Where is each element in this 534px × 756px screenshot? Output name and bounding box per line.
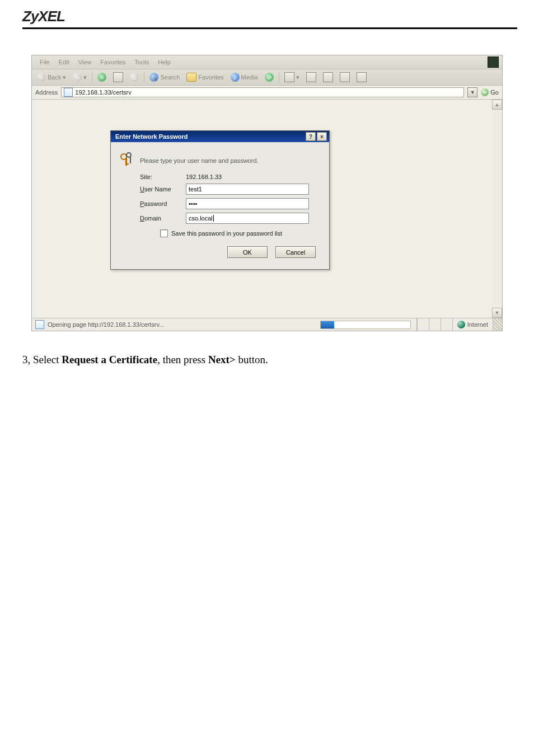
domain-input[interactable]: cso.local [186,213,309,224]
address-label: Address [35,89,58,96]
status-pane [429,318,441,331]
toolbar: ← Back ▾ → ▾ × ⌂ 🔍 Search Favorites ♪ Me… [32,69,502,86]
security-zone[interactable]: Internet [452,318,493,331]
status-text: Opening page http://192.168.1.33/certsrv… [48,321,164,328]
keys-icon [119,151,134,170]
save-password-checkbox-row: Save this password in your password list [160,229,321,237]
username-input[interactable]: test1 [186,184,309,195]
print-button[interactable] [305,72,318,83]
discuss-icon [340,72,350,82]
print-icon [306,72,316,82]
toolbar-separator [144,72,144,82]
menu-favorites[interactable]: Favorites [96,58,130,67]
address-bar: Address 192.168.1.33/certsrv ▼ ↪ Go [32,86,502,100]
menu-help[interactable]: Help [153,58,175,67]
content-viewport: ▲ ▼ Enter Network Password ? × [32,100,502,318]
media-icon: ♪ [231,73,240,82]
site-label: Site: [140,173,180,180]
stop-button[interactable]: × [96,72,108,82]
instr-bold-request: Request a Certificate [62,354,157,365]
extra-icon [357,72,367,82]
edit-icon [323,72,333,82]
status-bar: Opening page http://192.168.1.33/certsrv… [32,318,502,331]
internet-zone-icon [457,321,465,328]
ie-throbber-icon [488,57,499,68]
dialog-close-button[interactable]: × [317,132,327,141]
stop-icon: × [97,73,106,82]
status-panes [416,318,452,331]
back-label: Back [48,74,61,81]
instr-bold-next: Next> [208,354,236,365]
edit-button[interactable] [321,72,335,83]
svg-point-3 [127,153,131,157]
address-value: 192.168.1.33/certsrv [75,89,131,96]
back-button[interactable]: ← Back ▾ [35,72,68,82]
password-value: •••• [189,200,197,207]
menu-edit[interactable]: Edit [54,58,74,67]
internet-zone-label: Internet [467,321,488,328]
dialog-title-text: Enter Network Password [115,133,188,140]
menu-tools[interactable]: Tools [130,58,154,67]
instruction-step-3: 3, Select Request a Certificate, then pr… [0,331,534,366]
page-header: ZyXEL [0,0,534,55]
history-icon: ⟳ [265,73,274,82]
status-progress [320,321,411,329]
mail-icon [284,72,294,82]
svg-rect-2 [125,163,129,165]
resize-grip[interactable] [493,318,502,331]
favorites-button[interactable]: Favorites [185,72,225,82]
status-pane [441,318,452,331]
dialog-button-row: OK Cancel [119,237,321,260]
ok-button[interactable]: OK [227,246,268,258]
search-button[interactable]: 🔍 Search [148,72,181,82]
home-button[interactable]: ⌂ [128,72,140,82]
media-label: Media [241,74,258,81]
domain-label: Domain [140,215,180,222]
header-divider [22,27,517,29]
mail-dropdown-icon: ▾ [296,74,299,81]
menu-file[interactable]: File [35,58,54,67]
dialog-titlebar[interactable]: Enter Network Password ? × [111,131,329,142]
dialog-help-button[interactable]: ? [306,132,316,141]
media-button[interactable]: ♪ Media [229,72,260,82]
cancel-button[interactable]: Cancel [275,246,316,258]
favorites-icon [186,73,196,82]
back-arrow-icon: ← [37,73,46,82]
refresh-icon [113,72,123,82]
password-input[interactable]: •••• [186,198,309,209]
refresh-button[interactable] [111,72,125,83]
domain-value: cso.local [189,215,214,222]
scroll-up-button[interactable]: ▲ [492,100,502,110]
toolbar-separator [279,72,279,82]
network-password-dialog: Enter Network Password ? × [110,130,330,270]
status-page-icon [35,320,44,329]
go-button[interactable]: ↪ Go [481,88,499,96]
instr-text: , then press [157,354,208,365]
favorites-label: Favorites [198,74,223,81]
status-pane [417,318,429,331]
menu-view[interactable]: View [74,58,96,67]
save-password-label: Save this password in your password list [171,230,282,237]
toolbar-separator [92,72,92,82]
scroll-down-button[interactable]: ▼ [492,308,502,318]
brand-logo-text: ZyXEL [22,8,517,25]
dialog-prompt: Please type your user name and password. [140,157,259,164]
instr-text: button. [236,354,268,365]
extra-button[interactable] [355,72,368,83]
save-password-checkbox[interactable] [160,229,168,237]
menu-bar: File Edit View Favorites Tools Help [32,55,502,69]
dialog-body: Please type your user name and password.… [111,142,329,269]
discuss-button[interactable] [338,72,352,83]
forward-dropdown-icon: ▾ [83,74,87,81]
home-icon: ⌂ [130,73,139,82]
password-label: Password [140,200,180,207]
ie-window: File Edit View Favorites Tools Help ← Ba… [31,55,503,331]
mail-button[interactable]: ▾ [283,72,301,83]
search-icon: 🔍 [149,73,158,82]
history-button[interactable]: ⟳ [263,72,275,82]
address-dropdown-button[interactable]: ▼ [467,87,477,97]
forward-arrow-icon: → [73,73,82,82]
site-value: 192.168.1.33 [186,173,222,180]
forward-button[interactable]: → ▾ [71,72,88,82]
address-input[interactable]: 192.168.1.33/certsrv [61,87,464,97]
